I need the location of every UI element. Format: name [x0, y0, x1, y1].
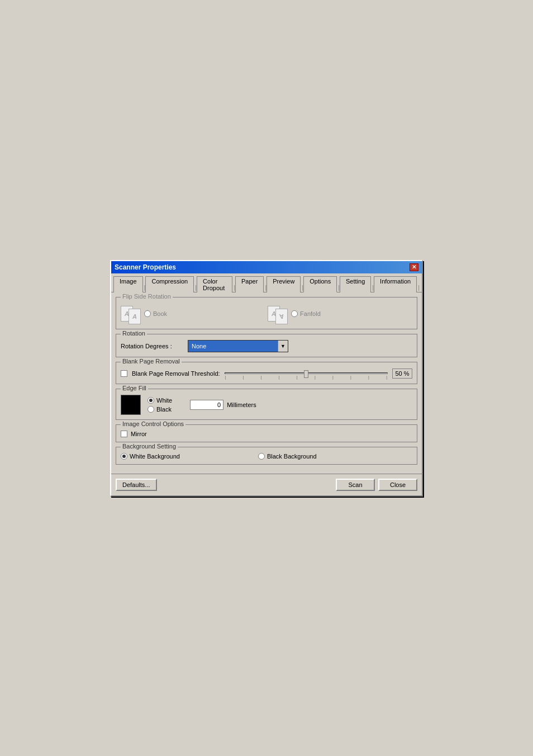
book-label: Book	[153, 310, 167, 317]
scanner-properties-dialog: Scanner Properties ✕ Image | Compression…	[110, 260, 423, 497]
fanfold-label: Fanfold	[300, 310, 321, 317]
background-setting-group: Background Setting White Background Blac…	[116, 447, 417, 465]
rotation-dropdown-wrapper[interactable]: None ▼	[188, 340, 288, 352]
mm-unit: Millimeters	[227, 401, 256, 408]
rotation-dropdown-arrow[interactable]: ▼	[278, 341, 288, 352]
fanfold-radio[interactable]	[291, 310, 298, 317]
white-radio-row: White	[147, 397, 172, 404]
tabs-bar: Image | Compression | Color Dropout | Pa…	[111, 273, 422, 292]
white-label: White	[156, 397, 172, 404]
tab-information[interactable]: Information	[374, 276, 417, 292]
book-icon-pair: A A	[121, 303, 141, 324]
rotation-group: Rotation Rotation Degrees : None ▼	[116, 334, 417, 357]
flip-book-option: A A Book	[121, 303, 167, 324]
blank-page-removal-group: Blank Page Removal Blank Page Removal Th…	[116, 362, 417, 384]
scan-button[interactable]: Scan	[336, 479, 375, 491]
title-bar: Scanner Properties ✕	[111, 261, 422, 273]
tab-options[interactable]: Options	[303, 276, 337, 292]
image-control-group: Image Control Options Mirror	[116, 424, 417, 442]
flip-fanfold-option: A A Fanfold	[268, 303, 321, 324]
black-radio-row: Black	[147, 406, 172, 413]
tab-color-dropout[interactable]: Color Dropout	[197, 276, 232, 292]
black-bg-radio-row: Black Background	[258, 453, 317, 460]
blank-page-row: Blank Page Removal Threshold: ||||||||||…	[121, 368, 412, 379]
mm-input[interactable]: 0	[190, 400, 223, 410]
footer: Defaults... Scan Close	[111, 474, 422, 495]
fanfold-icon-pair: A A	[268, 303, 288, 324]
blank-page-value-box: 50 %	[392, 368, 412, 379]
mm-input-row: 0 Millimeters	[190, 400, 256, 410]
tab-preview[interactable]: Preview	[266, 276, 301, 292]
background-setting-title: Background Setting	[121, 443, 178, 450]
image-control-row: Mirror	[121, 431, 412, 437]
blank-page-slider-container[interactable]: ||||||||||	[225, 368, 388, 379]
tab-image[interactable]: Image	[113, 276, 143, 292]
black-bg-radio[interactable]	[258, 453, 265, 460]
tab-paper[interactable]: Paper	[235, 276, 264, 292]
blank-page-removal-title: Blank Page Removal	[121, 358, 182, 365]
black-label: Black	[156, 406, 172, 413]
book-radio[interactable]	[144, 310, 151, 317]
white-radio[interactable]	[147, 397, 154, 404]
black-radio[interactable]	[147, 406, 154, 413]
flip-side-row: A A Book A A	[121, 303, 412, 324]
rotation-row: Rotation Degrees : None ▼	[121, 340, 412, 352]
mirror-checkbox[interactable]	[121, 431, 127, 437]
footer-right-buttons: Scan Close	[336, 479, 417, 491]
close-icon[interactable]: ✕	[410, 263, 418, 271]
white-bg-radio-row: White Background	[121, 453, 180, 460]
image-control-title: Image Control Options	[121, 420, 185, 427]
black-bg-label: Black Background	[267, 453, 317, 460]
fanfold-page-icon-2: A	[275, 309, 288, 324]
rotation-dropdown-value[interactable]: None	[188, 341, 278, 352]
dialog-title: Scanner Properties	[115, 263, 176, 271]
rotation-title: Rotation	[121, 330, 147, 337]
flip-side-rotation-group: Flip Side Rotation A A Book	[116, 297, 417, 329]
edge-fill-preview	[121, 395, 141, 415]
edge-fill-title: Edge Fill	[121, 385, 148, 391]
white-bg-label: White Background	[130, 453, 180, 460]
book-page-icon-2: A	[129, 309, 141, 324]
edge-fill-group: Edge Fill White Black	[116, 389, 417, 420]
white-bg-radio[interactable]	[121, 453, 127, 460]
blank-page-label: Blank Page Removal Threshold:	[132, 370, 220, 377]
mirror-label: Mirror	[131, 431, 147, 437]
flip-side-rotation-title: Flip Side Rotation	[121, 293, 173, 300]
content-area: Flip Side Rotation A A Book	[111, 292, 422, 474]
defaults-button[interactable]: Defaults...	[116, 479, 157, 491]
blank-page-checkbox[interactable]	[121, 370, 127, 377]
slider-thumb[interactable]	[304, 370, 308, 378]
bg-setting-row: White Background Black Background	[121, 453, 412, 460]
rotation-degrees-label: Rotation Degrees :	[121, 343, 182, 349]
tab-setting[interactable]: Setting	[340, 276, 371, 292]
tab-compression[interactable]: Compression	[145, 276, 194, 292]
close-button[interactable]: Close	[378, 479, 417, 491]
edge-radios: White Black	[147, 397, 172, 413]
edge-fill-content: White Black 0 Millimeters	[121, 395, 412, 415]
